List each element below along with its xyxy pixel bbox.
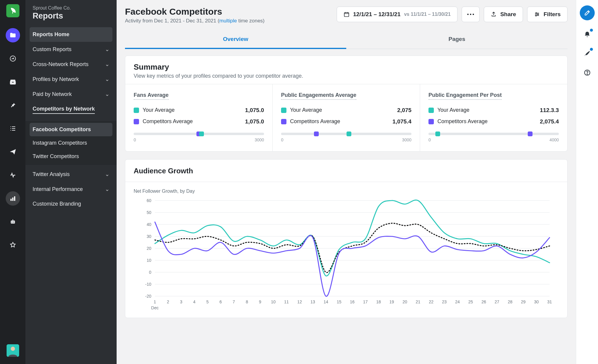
sidebar-paid-by-network[interactable]: Paid by Network⌄ <box>30 87 112 102</box>
nav-dashboard-icon[interactable] <box>6 51 20 66</box>
metric-range: 04000 <box>428 133 559 142</box>
summary-card: Summary View key metrics of your profile… <box>125 56 568 152</box>
notification-dot <box>590 48 593 51</box>
svg-point-5 <box>11 222 12 223</box>
sidebar-twitter-competitors[interactable]: Twitter Competitors <box>30 150 112 163</box>
svg-point-67 <box>587 74 588 74</box>
help-button[interactable] <box>582 68 592 78</box>
svg-text:7: 7 <box>233 299 235 304</box>
sidebar-custom-reports[interactable]: Custom Reports⌄ <box>30 42 112 57</box>
svg-text:31: 31 <box>547 299 552 304</box>
notifications-button[interactable] <box>582 29 592 39</box>
svg-text:1: 1 <box>154 299 156 304</box>
compose-fab[interactable] <box>580 5 595 20</box>
chevron-down-icon: ⌄ <box>105 91 109 97</box>
nav-folder-icon[interactable] <box>6 28 20 42</box>
more-button[interactable] <box>462 7 480 22</box>
chevron-down-icon: ⌄ <box>105 46 109 53</box>
nav-send-icon[interactable] <box>6 145 20 159</box>
svg-text:3: 3 <box>180 299 182 304</box>
metric-name: Public Engagements Average <box>281 92 356 100</box>
chevron-down-icon: ⌄ <box>105 76 109 82</box>
sidebar-twitter-analysis[interactable]: Twitter Analysis⌄ <box>30 167 112 182</box>
svg-text:16: 16 <box>350 299 355 304</box>
svg-text:9: 9 <box>259 299 261 304</box>
metric-range: 03000 <box>134 133 264 142</box>
nav-list-icon[interactable] <box>6 121 20 136</box>
comp-swatch <box>428 119 434 124</box>
nav-star-icon[interactable] <box>6 238 20 252</box>
metric-name: Public Engagement Per Post <box>428 92 502 100</box>
svg-point-15 <box>536 15 536 16</box>
audience-title: Audience Growth <box>125 160 567 176</box>
right-rail <box>576 0 598 364</box>
your-label: Your Average <box>143 107 175 113</box>
your-swatch <box>134 108 139 113</box>
calendar-icon <box>344 11 350 17</box>
range-min: 0 <box>134 137 136 142</box>
page-title: Facebook Competitors <box>125 7 265 17</box>
range-max: 3000 <box>255 137 264 142</box>
range-thumb-comp[interactable] <box>314 131 319 136</box>
main-content: Facebook Competitors Activity from Dec 1… <box>117 0 576 364</box>
your-swatch <box>281 108 286 113</box>
range-max: 3000 <box>402 137 411 142</box>
share-button[interactable]: Share <box>484 7 523 22</box>
range-thumb-comp[interactable] <box>528 131 533 136</box>
svg-text:27: 27 <box>495 299 499 304</box>
svg-point-8 <box>11 347 15 351</box>
range-thumb-your[interactable] <box>435 131 440 136</box>
sidebar-internal-performance[interactable]: Internal Performance⌄ <box>30 182 112 197</box>
date-range-button[interactable]: 12/1/21 – 12/31/21 vs 11/1/21 – 11/30/21 <box>337 7 457 22</box>
range-thumb-your[interactable] <box>347 131 351 136</box>
your-value: 1,075.0 <box>245 107 264 114</box>
nav-bot-icon[interactable] <box>6 215 20 229</box>
bell-icon <box>584 31 591 38</box>
svg-text:20: 20 <box>402 299 407 304</box>
range-thumb-your[interactable] <box>199 131 204 136</box>
comp-swatch <box>281 119 286 124</box>
tab-overview[interactable]: Overview <box>125 31 346 49</box>
svg-text:17: 17 <box>363 299 368 304</box>
sidebar-cross-network[interactable]: Cross-Network Reports⌄ <box>30 57 112 72</box>
timezones-link[interactable]: multiple <box>219 18 237 24</box>
sidebar-profiles-by-network[interactable]: Profiles by Network⌄ <box>30 72 112 87</box>
svg-text:22: 22 <box>429 299 434 304</box>
nav-pin-icon[interactable] <box>6 98 20 112</box>
user-avatar[interactable] <box>7 344 19 357</box>
comp-swatch <box>134 119 139 124</box>
page-subtitle: Activity from Dec 1, 2021 - Dec 31, 2021… <box>125 18 265 24</box>
chevron-down-icon: ⌄ <box>105 186 109 192</box>
org-name: Sprout Coffee Co. <box>33 5 109 11</box>
svg-text:20: 20 <box>147 246 151 251</box>
feedback-button[interactable] <box>582 48 592 59</box>
range-max: 4000 <box>550 137 559 142</box>
reports-sidebar: Sprout Coffee Co. Reports Reports Home C… <box>25 0 117 364</box>
svg-text:12: 12 <box>297 299 302 304</box>
filters-button[interactable]: Filters <box>527 7 568 22</box>
sidebar-reports-home[interactable]: Reports Home <box>30 27 112 42</box>
svg-text:13: 13 <box>310 299 315 304</box>
sidebar-competitors-by-network[interactable]: Competitors by Network <box>30 102 112 118</box>
sidebar-facebook-competitors[interactable]: Facebook Competitors <box>30 123 112 136</box>
svg-text:11: 11 <box>284 299 289 304</box>
sidebar-instagram-competitors[interactable]: Instagram Competitors <box>30 136 112 150</box>
nav-inbox-icon[interactable] <box>6 75 20 89</box>
comp-label: Competitors Average <box>437 118 488 125</box>
audience-subtitle: Net Follower Growth, by Day <box>125 187 567 198</box>
svg-text:8: 8 <box>246 299 248 304</box>
sliders-icon <box>534 11 540 17</box>
sidebar-customize-branding[interactable]: Customize Branding <box>30 197 112 211</box>
your-swatch <box>428 108 434 113</box>
nav-bar-chart-icon[interactable] <box>6 191 20 206</box>
svg-point-11 <box>470 14 472 15</box>
range-min: 0 <box>428 137 431 142</box>
svg-rect-3 <box>14 196 15 201</box>
sprout-logo[interactable] <box>6 4 19 17</box>
tab-pages[interactable]: Pages <box>346 31 568 49</box>
notification-dot <box>590 29 593 32</box>
nav-pulse-icon[interactable] <box>6 168 20 182</box>
svg-text:2: 2 <box>167 299 169 304</box>
compose-icon <box>584 10 591 16</box>
svg-text:40: 40 <box>147 222 151 227</box>
